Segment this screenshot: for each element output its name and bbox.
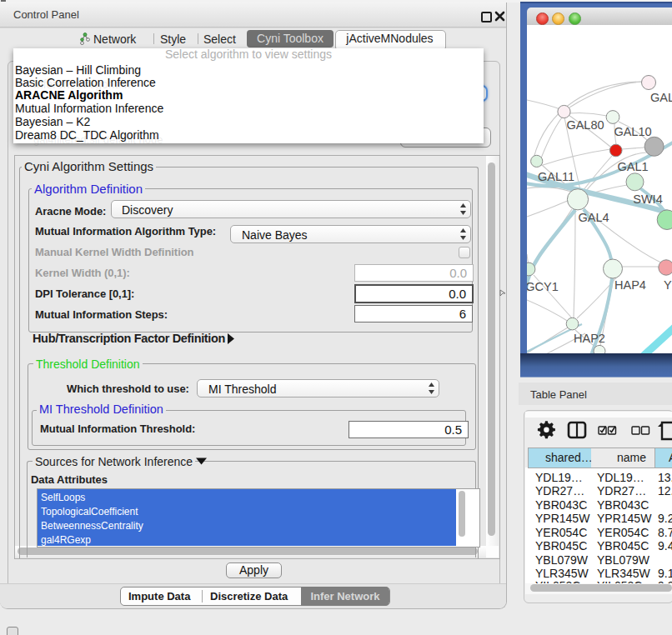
svg-text:Y: Y	[664, 278, 672, 292]
svg-text:GAL11: GAL11	[538, 170, 574, 183]
svg-text:SWI4: SWI4	[633, 192, 662, 206]
svg-text:HAP2: HAP2	[574, 332, 605, 345]
svg-text:GAL10: GAL10	[614, 125, 651, 138]
svg-text:GCY1: GCY1	[527, 280, 559, 293]
svg-text:GAL80: GAL80	[566, 118, 604, 132]
svg-text:GAL4: GAL4	[578, 211, 609, 224]
svg-text:GAL1: GAL1	[617, 160, 648, 173]
svg-text:HAP4: HAP4	[614, 278, 646, 292]
svg-text:GAL2: GAL2	[650, 91, 672, 104]
